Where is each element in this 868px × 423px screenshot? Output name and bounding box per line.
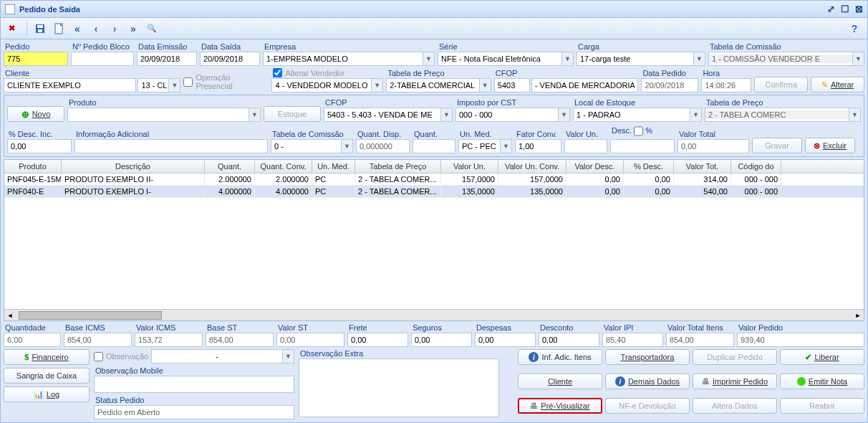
tot-frete[interactable] xyxy=(347,333,408,347)
cliente-input[interactable] xyxy=(4,78,136,92)
grid-col-header[interactable]: Un. Med. xyxy=(312,160,355,173)
close-icon[interactable]: ⊠ xyxy=(855,4,863,14)
chevron-down-icon[interactable]: ▼ xyxy=(561,52,573,65)
datapedido-label: Data Pedido xyxy=(641,69,698,77)
obsx-input[interactable] xyxy=(299,358,499,417)
cfop-cod-input[interactable] xyxy=(494,78,530,92)
tot-desp[interactable] xyxy=(475,333,536,347)
obs-select[interactable]: - xyxy=(152,352,282,361)
tot-seg[interactable] xyxy=(411,333,472,347)
qt-input[interactable] xyxy=(413,139,455,153)
carga-select[interactable]: 17-carga teste xyxy=(577,54,693,63)
chevron-down-icon[interactable]: ▼ xyxy=(249,108,260,121)
nav-next-button[interactable]: › xyxy=(106,20,123,37)
grid-col-header[interactable]: Descrição xyxy=(62,160,205,173)
chevron-down-icon[interactable]: ▼ xyxy=(500,140,511,153)
descinc-input[interactable] xyxy=(7,139,72,153)
imprimir-button[interactable]: 🖶Imprimir Pedido xyxy=(693,374,777,389)
liberar-button[interactable]: ✔Liberar xyxy=(780,349,864,365)
delete-button[interactable]: ✖ xyxy=(5,20,22,37)
grid-col-header[interactable]: Valor Tot. xyxy=(674,160,731,173)
chevron-down-icon[interactable]: ▼ xyxy=(852,52,864,65)
previsualizar-button[interactable]: 🖶Pré-Visualizar xyxy=(518,398,602,414)
maximize-icon[interactable]: ☐ xyxy=(841,4,849,14)
emissao-input[interactable] xyxy=(137,52,197,66)
grid-col-header[interactable]: Valor Desc. xyxy=(566,160,624,173)
imposto-select[interactable]: 000 - 000 xyxy=(456,110,558,119)
chevron-down-icon[interactable]: ▼ xyxy=(849,108,860,121)
grid-col-header[interactable]: Produto xyxy=(4,160,62,173)
item-comissao-select[interactable]: 0 - xyxy=(271,142,341,151)
desc-input[interactable] xyxy=(610,139,675,153)
chevron-down-icon[interactable]: ▼ xyxy=(282,350,294,363)
obsm-input[interactable] xyxy=(94,376,294,393)
table-row[interactable]: PNF045-E-15MPRODUTO EXEMPLO II-2.0000002… xyxy=(4,174,864,186)
cfop-desc-input[interactable] xyxy=(531,78,639,92)
transp-button[interactable]: Transportadora xyxy=(605,349,690,365)
chevron-down-icon[interactable]: ▼ xyxy=(693,52,705,65)
saida-input[interactable] xyxy=(200,52,260,66)
local-select[interactable]: 1 - PADRAO xyxy=(574,110,690,119)
chevron-down-icon[interactable]: ▼ xyxy=(371,79,382,92)
restore-icon[interactable]: ⤢ xyxy=(827,4,835,14)
item-tabpreco-select[interactable]: 2 - TABELA COMERC xyxy=(705,110,849,119)
chevron-down-icon[interactable]: ▼ xyxy=(423,52,434,65)
emitir-button[interactable]: Emitir Nota xyxy=(780,374,864,389)
un-select[interactable]: PC - PEC xyxy=(459,142,500,151)
chevron-down-icon[interactable]: ▼ xyxy=(690,108,701,121)
log-button[interactable]: 📊Log xyxy=(4,386,90,402)
excluir-button[interactable]: ⊗Excluir xyxy=(805,138,855,153)
chevron-down-icon[interactable]: ▼ xyxy=(440,108,452,121)
tot-desc[interactable] xyxy=(539,333,599,347)
infadic-button[interactable]: iInf. Adic. Itens xyxy=(518,349,602,365)
demais-button[interactable]: iDemais Dados xyxy=(605,374,690,389)
info-input[interactable] xyxy=(74,139,268,153)
alterar-button[interactable]: ✎Alterar xyxy=(811,77,864,92)
valun-input[interactable] xyxy=(564,139,607,153)
grid-col-header[interactable]: Quant. Conv. xyxy=(255,160,312,173)
financeiro-button[interactable]: $Financeiro xyxy=(4,349,90,365)
obs-check[interactable]: Observação xyxy=(94,352,148,361)
fator-input[interactable] xyxy=(515,139,561,153)
grid-col-header[interactable]: Valor Un. xyxy=(441,160,498,173)
tabpreco-select[interactable]: 2-TABELA COMERCIAL xyxy=(387,81,479,90)
cliente-button[interactable]: Cliente xyxy=(518,374,602,389)
item-cfop-select[interactable]: 5403 - 5.403 - VENDA DE ME xyxy=(324,110,440,119)
pct-check[interactable] xyxy=(634,124,643,138)
table-row[interactable]: PNF040-EPRODUTO EXEMPLO I-4.0000004.0000… xyxy=(4,186,864,198)
chevron-down-icon[interactable]: ▼ xyxy=(558,108,569,121)
help-button[interactable]: ? xyxy=(846,20,863,37)
novo-button[interactable]: ⊕Novo xyxy=(7,106,64,122)
chevron-down-icon[interactable]: ▼ xyxy=(341,140,352,153)
cliente-label: Cliente xyxy=(4,69,180,77)
grid-body[interactable]: PNF045-E-15MPRODUTO EXEMPLO II-2.0000002… xyxy=(4,174,864,309)
npedido-input[interactable] xyxy=(71,52,134,66)
grid-col-header[interactable]: Quant. xyxy=(205,160,255,173)
alt-vendedor-check[interactable]: Alterar Vendedor xyxy=(271,68,383,77)
fator-label: Fator Conv. xyxy=(515,130,561,138)
grid-col-header[interactable]: Código do xyxy=(731,160,781,173)
search-button[interactable]: 🔍 xyxy=(143,20,160,37)
serie-select[interactable]: NFE - Nota Fiscal Eletrônica xyxy=(438,54,561,63)
chevron-down-icon[interactable]: ▼ xyxy=(479,79,491,92)
nav-last-button[interactable]: » xyxy=(125,20,142,37)
grid-col-header[interactable]: Tabela de Preço xyxy=(355,160,441,173)
cliente-cod[interactable]: 13 - CL xyxy=(138,81,168,90)
op-presencial-check[interactable]: Operação Presencial xyxy=(183,73,269,90)
sangria-button[interactable]: Sangria de Caixa xyxy=(4,368,90,384)
pedido-input[interactable] xyxy=(4,52,68,66)
horizontal-scrollbar[interactable]: ◄► xyxy=(4,309,864,320)
grid-col-header[interactable]: Valor Un. Conv. xyxy=(498,160,566,173)
save-button[interactable] xyxy=(32,20,49,37)
nav-first-button[interactable]: « xyxy=(69,20,86,37)
grid-col-header[interactable]: % Desc. xyxy=(624,160,674,173)
comissao-select[interactable]: 1 - COMISSÃO VENDEDOR E xyxy=(709,54,852,63)
nav-prev-button[interactable]: ‹ xyxy=(87,20,105,37)
new-doc-button[interactable] xyxy=(50,20,67,37)
window-title: Pedido de Saída xyxy=(19,5,827,14)
x-icon: ⊗ xyxy=(814,141,820,151)
vendedor-select[interactable]: 4 - VENDEDOR MODELO xyxy=(272,81,371,90)
tot-vipi xyxy=(602,333,663,347)
empresa-select[interactable]: 1-EMPRESA MODELO xyxy=(264,54,423,63)
chevron-down-icon[interactable]: ▼ xyxy=(168,79,180,92)
